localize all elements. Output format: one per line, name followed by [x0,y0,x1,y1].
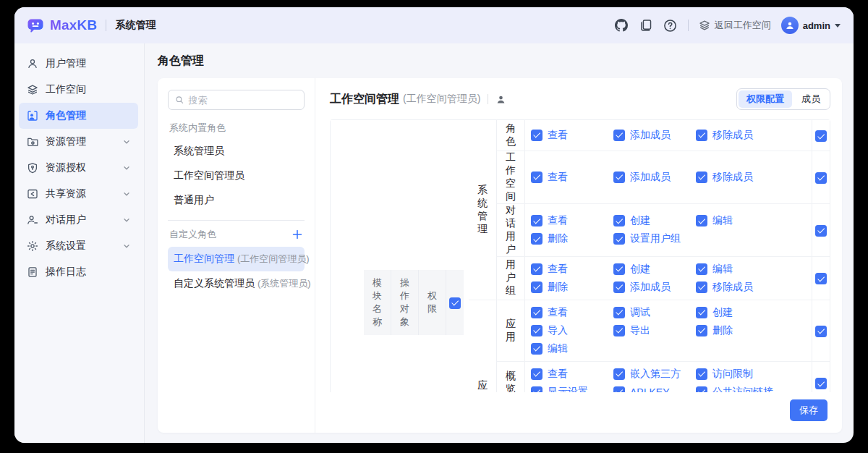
log-document-icon [26,266,38,279]
checkbox-checked-icon[interactable] [613,386,625,393]
row-checkbox[interactable] [815,225,827,237]
role-badge-icon [26,110,38,122]
checkbox-checked-icon[interactable] [531,263,542,275]
checkbox-checked-icon[interactable] [696,386,707,393]
sidebar-item-label: 角色管理 [46,109,86,122]
row-checkbox[interactable] [815,172,827,184]
row-checkbox[interactable] [815,273,827,284]
permission-item[interactable]: 删除 [696,324,812,337]
checkbox-checked-icon[interactable] [531,307,542,318]
checkbox-checked-icon[interactable] [531,325,542,336]
checkbox-checked-icon[interactable] [613,325,625,336]
permission-item[interactable]: 公共访问链接 [696,386,812,393]
checkbox-checked-icon[interactable] [613,263,625,275]
custom-role-item-custom-system-admin[interactable]: 自定义系统管理员 (系统管理员) [168,271,305,296]
permission-item[interactable]: 创建 [613,214,696,227]
permission-item[interactable]: 编辑 [531,342,613,355]
row-checkbox[interactable] [815,326,827,337]
checkbox-checked-icon[interactable] [696,325,707,336]
checkbox-checked-icon[interactable] [696,215,707,226]
permission-item[interactable]: 删除 [531,281,613,294]
checkbox-checked-icon[interactable] [613,215,625,226]
checkbox-checked-icon[interactable] [696,263,707,275]
sidebar-item-resource-management[interactable]: 资源管理 [19,129,138,155]
checkbox-checked-icon[interactable] [613,368,625,380]
permission-item[interactable]: 添加成员 [613,129,696,142]
sidebar-item-resource-authorization[interactable]: 资源授权 [19,155,138,181]
role-item-system-admin[interactable]: 系统管理员 [168,139,305,164]
sidebar-item-role-management[interactable]: 角色管理 [19,103,138,129]
checkbox-checked-icon[interactable] [613,130,625,141]
sidebar-item-shared-resources[interactable]: 共享资源 [19,181,138,207]
permission-item[interactable]: 创建 [696,306,812,319]
checkbox-checked-icon[interactable] [696,130,707,141]
permission-item[interactable]: 显示设置 [531,386,613,393]
row-checkbox[interactable] [815,130,827,142]
checkbox-checked-icon[interactable] [613,307,625,318]
sidebar-item-operation-log[interactable]: 操作日志 [19,259,138,285]
brand-logo[interactable]: MaxKB [26,17,97,34]
checkbox-checked-icon[interactable] [531,130,542,141]
permission-item[interactable]: 查看 [531,368,613,381]
tab-members[interactable]: 成员 [793,90,828,108]
sidebar-item-chat-users[interactable]: 对话用户 [19,207,138,233]
role-search-box[interactable] [168,90,305,110]
permission-item[interactable]: 编辑 [696,263,812,276]
permission-item[interactable]: API KEY [613,386,696,393]
sidebar-item-system-settings[interactable]: 系统设置 [19,233,138,259]
builtin-roles-section-label: 系统内置角色 [169,122,303,135]
checkbox-checked-icon[interactable] [696,368,707,380]
tab-permission-config[interactable]: 权限配置 [739,90,792,108]
checkbox-checked-icon[interactable] [531,368,542,380]
permission-item[interactable]: 添加成员 [613,171,696,184]
back-to-workspace-button[interactable]: 返回工作空间 [699,19,771,32]
checkbox-checked-icon[interactable] [696,307,707,318]
checkbox-checked-icon[interactable] [531,386,542,393]
custom-role-item-workspace-management[interactable]: 工作空间管理 (工作空间管理员) [168,247,305,271]
permission-item[interactable]: 导入 [531,324,613,337]
permission-item[interactable]: 移除成员 [696,281,812,294]
sidebar-item-user-management[interactable]: 用户管理 [19,51,138,77]
permission-item[interactable]: 移除成员 [696,171,812,184]
share-box-icon [26,188,38,200]
permission-item[interactable]: 查看 [531,214,613,227]
permission-item[interactable]: 查看 [531,129,613,142]
permission-item[interactable]: 调试 [613,306,696,319]
permission-item[interactable]: 查看 [531,306,613,319]
permission-item[interactable]: 添加成员 [613,281,696,294]
permission-item[interactable]: 嵌入第三方 [613,368,696,381]
save-button[interactable]: 保存 [790,399,827,421]
checkbox-checked-icon[interactable] [613,281,625,293]
permission-item[interactable]: 删除 [531,232,613,245]
checkbox-checked-icon[interactable] [696,172,707,183]
select-all-checkbox[interactable] [449,297,461,309]
github-icon[interactable] [614,18,629,33]
checkbox-checked-icon[interactable] [613,233,625,245]
permission-table-container[interactable]: 模块名称 操作对象 权限 系统管理 角色 [330,119,830,392]
checkbox-checked-icon[interactable] [531,281,542,293]
checkbox-checked-icon[interactable] [531,172,542,183]
permission-item[interactable]: 导出 [613,324,696,337]
checkbox-checked-icon[interactable] [696,281,707,293]
permission-item[interactable]: 编辑 [696,214,812,227]
permission-item[interactable]: 设置用户组 [613,232,696,245]
search-input[interactable] [188,95,297,106]
sidebar-item-workspace[interactable]: 工作空间 [19,77,138,103]
module-cell: 系统管理 [469,120,497,300]
checkbox-checked-icon[interactable] [531,215,542,226]
permission-item[interactable]: 查看 [531,263,613,276]
add-role-button[interactable] [292,229,303,240]
permission-item[interactable]: 移除成员 [696,129,812,142]
permission-item[interactable]: 查看 [531,171,613,184]
user-menu[interactable]: admin [781,17,841,34]
checkbox-checked-icon[interactable] [613,172,625,183]
permission-item[interactable]: 访问限制 [696,368,812,381]
role-item-workspace-admin[interactable]: 工作空间管理员 [168,164,305,188]
permission-item[interactable]: 创建 [613,263,696,276]
checkbox-checked-icon[interactable] [531,233,542,245]
row-checkbox[interactable] [815,378,827,389]
role-item-normal-user[interactable]: 普通用户 [168,188,305,213]
help-icon[interactable] [663,18,678,33]
checkbox-checked-icon[interactable] [531,343,542,355]
docs-icon[interactable] [639,18,653,33]
